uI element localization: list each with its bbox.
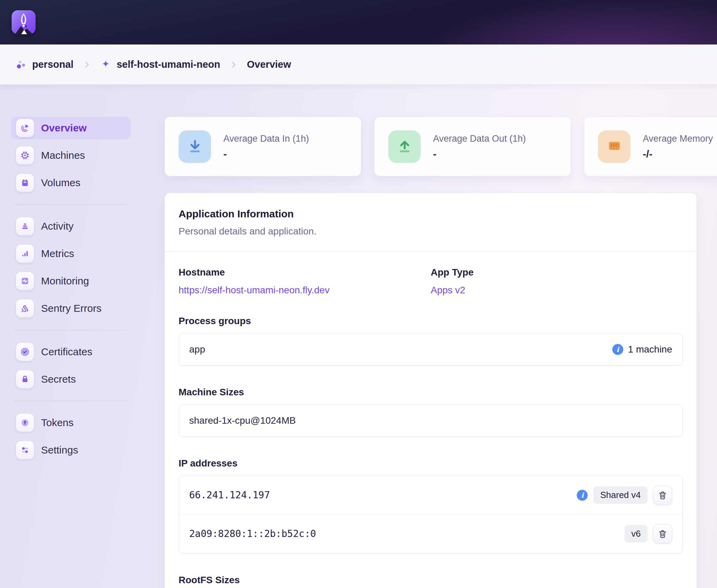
ip-address-value: 2a09:8280:1::2b:b52c:0 — [189, 528, 316, 539]
process-group-row: app i 1 machine — [179, 334, 682, 365]
sidebar-item-certificates[interactable]: Certificates — [11, 341, 131, 363]
machine-sizes-label: Machine Sizes — [179, 387, 683, 398]
process-groups-label: Process groups — [179, 316, 683, 327]
sidebar-item-tokens[interactable]: Tokens — [11, 411, 131, 434]
sidebar-item-label: Tokens — [41, 417, 74, 429]
ip-addresses-section: IP addresses 66.241.124.197 i Shared v4 — [179, 458, 683, 553]
sidebar-divider — [14, 330, 127, 330]
sidebar-item-label: Settings — [41, 444, 78, 456]
sentry-icon — [16, 299, 34, 318]
stacked-bars-icon — [16, 217, 34, 235]
lock-icon — [16, 370, 34, 388]
package-icon — [16, 174, 34, 192]
hostname-link[interactable]: https://self-host-umami-neon.fly.dev — [179, 285, 329, 296]
fly-logo-icon[interactable] — [12, 10, 36, 34]
chevron-right-icon — [82, 60, 91, 69]
sidebar-item-sentry-errors[interactable]: Sentry Errors — [11, 297, 131, 320]
sidebar-item-label: Certificates — [41, 346, 92, 358]
sidebar-item-label: Sentry Errors — [41, 303, 102, 314]
sidebar-item-metrics[interactable]: Metrics — [11, 242, 131, 265]
ip-type-badge: Shared v4 — [593, 486, 648, 504]
sidebar-item-machines[interactable]: Machines — [11, 144, 131, 167]
ip-addresses-label: IP addresses — [179, 458, 683, 469]
ip-row-v6: 2a09:8280:1::2b:b52c:0 v6 — [179, 514, 682, 553]
info-icon[interactable]: i — [612, 344, 623, 355]
process-groups-section: Process groups app i 1 machine — [179, 316, 683, 366]
content-area: Overview Machines — [0, 85, 717, 588]
stat-value: - — [433, 148, 526, 160]
org-dots-icon — [15, 59, 27, 71]
process-group-name: app — [189, 344, 205, 355]
sidebar-item-label: Volumes — [41, 177, 80, 189]
breadcrumb-app[interactable]: self-host-umami-neon — [100, 59, 220, 70]
sidebar-item-label: Monitoring — [41, 275, 89, 287]
app-type-label: App Type — [431, 267, 683, 278]
sidebar: Overview Machines — [11, 117, 131, 588]
hostname-label: Hostname — [179, 267, 431, 278]
app-type-field: App Type Apps v2 — [431, 267, 683, 296]
pie-chart-icon — [16, 119, 34, 137]
delete-ip-button[interactable] — [653, 524, 672, 544]
sidebar-item-monitoring[interactable]: Monitoring — [11, 270, 131, 292]
stat-value: -/- — [643, 148, 713, 160]
card-subtitle: Personal details and application. — [179, 226, 683, 237]
machine-size-row: shared-1x-cpu@1024MB — [179, 405, 682, 436]
waveform-icon — [16, 272, 34, 290]
info-icon[interactable]: i — [577, 490, 588, 501]
badge-check-icon — [16, 343, 34, 361]
rootfs-sizes-section: RootFS Sizes 471 MB i 1 machine — [179, 575, 683, 588]
sidebar-item-label: Secrets — [41, 373, 76, 385]
machine-sizes-section: Machine Sizes shared-1x-cpu@1024MB — [179, 387, 683, 437]
breadcrumb-org-label: personal — [32, 59, 74, 70]
ip-type-badge: v6 — [625, 525, 648, 542]
breadcrumb-app-label: self-host-umami-neon — [117, 59, 220, 70]
ip-row-v4: 66.241.124.197 i Shared v4 — [179, 476, 682, 514]
breadcrumb-page-label[interactable]: Overview — [247, 59, 291, 70]
breadcrumb: personal self-host-umami-neon Overview — [0, 44, 717, 85]
ip-address-value: 66.241.124.197 — [189, 489, 270, 501]
sidebar-item-label: Metrics — [41, 248, 74, 259]
hostname-field: Hostname https://self-host-umami-neon.fl… — [179, 267, 431, 296]
download-icon — [179, 130, 211, 163]
stat-card-memory: Average Memory -/- — [584, 117, 717, 176]
keyhole-icon — [16, 413, 34, 432]
sliders-icon — [16, 441, 34, 459]
sidebar-item-settings[interactable]: Settings — [11, 439, 131, 461]
sidebar-item-label: Activity — [41, 220, 74, 232]
sidebar-item-activity[interactable]: Activity — [11, 215, 131, 238]
cpu-icon — [16, 146, 34, 165]
machine-size-value: shared-1x-cpu@1024MB — [189, 415, 296, 426]
stat-card-data-out: Average Data Out (1h) - — [374, 117, 571, 176]
sparkle-icon — [100, 59, 111, 70]
memory-icon — [598, 130, 630, 163]
rootfs-sizes-label: RootFS Sizes — [179, 575, 683, 586]
chevron-right-icon — [229, 60, 238, 69]
bar-chart-icon — [16, 244, 34, 263]
stat-label: Average Memory — [643, 133, 713, 144]
sidebar-item-overview[interactable]: Overview — [11, 117, 131, 139]
sidebar-divider — [14, 204, 127, 205]
sidebar-item-label: Machines — [41, 150, 85, 161]
app-type-link[interactable]: Apps v2 — [431, 285, 465, 296]
machine-count: 1 machine — [628, 344, 672, 355]
main-panel: Average Data In (1h) - Average Data Out … — [165, 117, 697, 588]
delete-ip-button[interactable] — [653, 486, 672, 505]
stat-value: - — [223, 148, 309, 160]
stat-card-data-in: Average Data In (1h) - — [165, 117, 361, 176]
trash-icon — [657, 490, 668, 500]
stat-label: Average Data Out (1h) — [433, 133, 526, 144]
top-navbar — [0, 0, 717, 44]
trash-icon — [657, 529, 668, 539]
sidebar-divider — [14, 401, 127, 401]
breadcrumb-org[interactable]: personal — [15, 59, 74, 71]
application-information-card: Application Information Personal details… — [165, 193, 697, 588]
fly-dashboard: personal self-host-umami-neon Overview — [0, 0, 717, 588]
sidebar-item-label: Overview — [41, 122, 87, 134]
hostname-apptype-row: Hostname https://self-host-umami-neon.fl… — [179, 267, 683, 296]
card-title: Application Information — [179, 208, 683, 220]
upload-icon — [388, 130, 421, 163]
stat-cards-row: Average Data In (1h) - Average Data Out … — [165, 117, 717, 176]
sidebar-item-secrets[interactable]: Secrets — [11, 368, 131, 391]
sidebar-item-volumes[interactable]: Volumes — [11, 171, 131, 194]
stat-label: Average Data In (1h) — [223, 133, 309, 144]
